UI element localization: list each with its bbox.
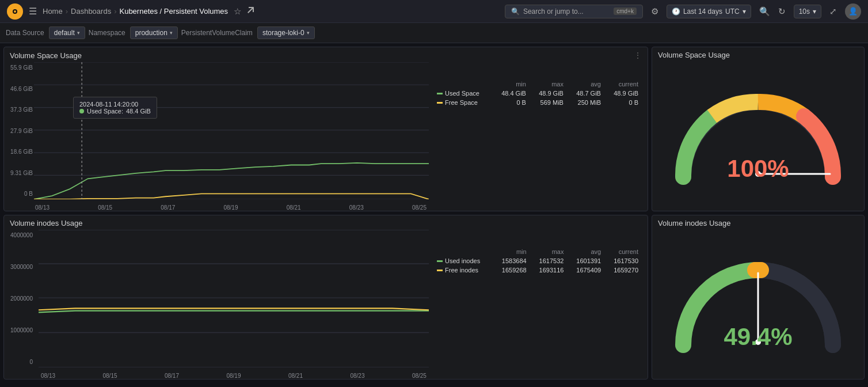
- free-space-avg: 250 MiB: [567, 98, 604, 107]
- inodes-legend-col-max: max: [530, 247, 568, 256]
- used-inodes-current: 1617530: [604, 256, 642, 265]
- volume-inodes-chart-area: 4000000 3000000 2000000 1000000 0: [4, 230, 429, 379]
- pvc-dropdown[interactable]: storage-loki-0 ▾: [257, 26, 315, 39]
- breadcrumb-sep1: ›: [66, 7, 68, 16]
- namespace-value: production: [135, 29, 167, 37]
- volume-space-gauge-title: Volume Space Usage: [658, 51, 730, 59]
- volume-space-usage-body: 55.9 GiB 46.6 GiB 37.3 GiB 27.9 GiB 18.6…: [4, 62, 648, 211]
- volume-inodes-usage-title: Volume inodes Usage: [10, 219, 82, 227]
- inodes-label-free: Free inodes: [433, 265, 493, 275]
- volume-inodes-usage-body: 4000000 3000000 2000000 1000000 0: [4, 230, 648, 379]
- data-source-dropdown[interactable]: default ▾: [49, 26, 85, 39]
- legend-row-free-space: Free Space 0 B 569 MiB 250 MiB 0 B: [433, 98, 642, 107]
- time-chevron-icon: ▾: [743, 7, 746, 16]
- refresh-interval-label: 10s: [799, 7, 810, 16]
- legend-label-used-space: Used Space: [433, 89, 492, 98]
- volume-space-usage-title: Volume Space Usage: [10, 51, 82, 60]
- menu-icon[interactable]: ☰: [29, 6, 37, 17]
- data-source-label: Data Source: [6, 29, 44, 37]
- share-icon[interactable]: [247, 6, 255, 16]
- top-navigation: ☰ Home › Dashboards › Kubernetes / Persi…: [0, 0, 868, 23]
- volume-inodes-gauge-body: 49.4%: [652, 230, 864, 379]
- inodes-label-used: Used inodes: [433, 256, 493, 265]
- volume-space-gauge-panel: Volume Space Usage: [652, 47, 865, 211]
- used-space-max: 48.9 GiB: [530, 89, 567, 98]
- grafana-logo: [7, 3, 23, 20]
- inodes-legend-col-min: min: [493, 247, 530, 256]
- y-axis-labels: 55.9 GiB 46.6 GiB 37.3 GiB 27.9 GiB 18.6…: [4, 62, 33, 199]
- user-avatar[interactable]: 👤: [845, 3, 861, 20]
- volume-inodes-legend: min max avg current Used inodes: [429, 230, 648, 379]
- refresh-interval-selector[interactable]: 10s ▾: [794, 5, 821, 18]
- time-range-label: Last 14 days: [683, 7, 722, 16]
- legend-col-min: min: [492, 79, 530, 89]
- search-placeholder: Search or jump to...: [523, 7, 584, 16]
- legend-row-used-space: Used Space 48.4 GiB 48.9 GiB 48.7 GiB 48…: [433, 89, 642, 98]
- volume-space-chart-area: 55.9 GiB 46.6 GiB 37.3 GiB 27.9 GiB 18.6…: [4, 62, 429, 211]
- inodes-y-axis-labels: 4000000 3000000 2000000 1000000 0: [4, 230, 33, 367]
- used-space-current: 48.9 GiB: [604, 89, 642, 98]
- used-space-color-dot: [437, 93, 443, 94]
- star-icon[interactable]: ☆: [234, 6, 241, 17]
- expand-icon[interactable]: ⤢: [829, 6, 837, 17]
- search-bar[interactable]: 🔍 Search or jump to... cmd+k: [505, 5, 643, 18]
- x-axis-labels: 08/13 08/15 08/17 08/19 08/21 08/23 08/2…: [33, 204, 429, 211]
- svg-point-2: [14, 10, 16, 13]
- volume-inodes-usage-header: Volume inodes Usage: [4, 215, 648, 230]
- breadcrumb-home[interactable]: Home: [43, 7, 63, 16]
- clock-icon: 🕐: [672, 7, 680, 16]
- inodes-legend-col-name: [433, 247, 493, 256]
- volume-space-legend: min max avg current Used Space: [429, 62, 648, 211]
- legend-table: min max avg current Used Space: [433, 79, 642, 107]
- data-source-chevron-icon: ▾: [77, 30, 80, 36]
- search-shortcut: cmd+k: [614, 7, 637, 15]
- refresh-chevron-icon: ▾: [813, 7, 816, 16]
- volume-inodes-gauge-value: 49.4%: [666, 323, 850, 351]
- settings-icon[interactable]: ⚙: [651, 6, 658, 17]
- free-inodes-color-dot: [437, 270, 443, 271]
- volume-inodes-gauge-title: Volume inodes Usage: [658, 219, 730, 227]
- free-inodes-current: 1659270: [604, 265, 642, 275]
- breadcrumb: Home › Dashboards › Kubernetes / Persist…: [43, 7, 228, 16]
- volume-inodes-gauge-panel: Volume inodes Usage 49.4%: [652, 215, 865, 380]
- namespace-chevron-icon: ▾: [170, 30, 173, 36]
- legend-col-current: current: [604, 79, 642, 89]
- zoom-out-icon[interactable]: 🔍: [759, 6, 770, 17]
- top-actions: 🔍 Search or jump to... cmd+k ⚙ 🕐 Last 14…: [505, 3, 861, 20]
- used-inodes-color-dot: [437, 260, 443, 262]
- breadcrumb-sep2: ›: [114, 7, 116, 16]
- inodes-legend-row-used: Used inodes 1583684 1617532 1601391 1617…: [433, 256, 642, 265]
- used-inodes-avg: 1601391: [567, 256, 604, 265]
- volume-inodes-usage-chart-panel: Volume inodes Usage 4000000 3000000 2000…: [3, 215, 648, 380]
- volume-space-svg: [34, 62, 429, 199]
- search-icon: 🔍: [511, 7, 520, 16]
- free-space-color-dot: [437, 102, 443, 104]
- inodes-legend-col-avg: avg: [567, 247, 604, 256]
- refresh-icon[interactable]: ↻: [778, 6, 786, 17]
- free-inodes-max: 1693116: [530, 265, 568, 275]
- dashboard-grid: Volume Space Usage ⋮ 55.9 GiB 46.6 GiB 3…: [0, 43, 868, 383]
- free-space-current: 0 B: [604, 98, 642, 107]
- volume-inodes-svg: [39, 230, 429, 367]
- used-inodes-min: 1583684: [493, 256, 530, 265]
- volume-space-usage-header: Volume Space Usage ⋮: [4, 47, 648, 62]
- free-space-min: 0 B: [492, 98, 530, 107]
- panel-menu-icon[interactable]: ⋮: [634, 51, 642, 60]
- time-range-selector[interactable]: 🕐 Last 14 days UTC ▾: [667, 5, 751, 18]
- inodes-legend-col-current: current: [604, 247, 642, 256]
- volume-space-gauge-header: Volume Space Usage: [652, 47, 864, 62]
- legend-col-name: [433, 79, 492, 89]
- legend-label-free-space: Free Space: [433, 98, 492, 107]
- data-source-value: default: [54, 29, 75, 37]
- namespace-label: Namespace: [89, 29, 125, 37]
- gauge-container-space: 100%: [666, 85, 850, 188]
- free-space-max: 569 MiB: [530, 98, 567, 107]
- pvc-value: storage-loki-0: [262, 29, 304, 37]
- inodes-x-axis-labels: 08/13 08/15 08/17 08/19 08/21 08/23 08/2…: [39, 373, 429, 379]
- timezone-label: UTC: [725, 7, 740, 16]
- used-space-avg: 48.7 GiB: [567, 89, 604, 98]
- breadcrumb-dashboards[interactable]: Dashboards: [71, 7, 111, 16]
- legend-col-max: max: [530, 79, 567, 89]
- volume-space-usage-chart-panel: Volume Space Usage ⋮ 55.9 GiB 46.6 GiB 3…: [3, 47, 648, 211]
- namespace-dropdown[interactable]: production ▾: [130, 26, 178, 39]
